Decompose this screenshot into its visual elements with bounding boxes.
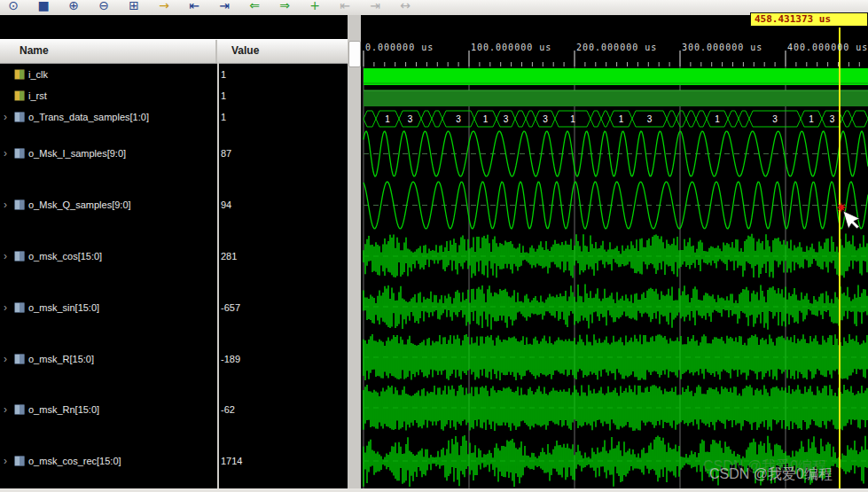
zoom-in-icon[interactable]: ⊕ — [65, 0, 82, 14]
swap-cursor-left-icon[interactable]: ⇐ — [246, 0, 263, 14]
signal-row[interactable]: ›o_Msk_Q_samples[9:0] — [4, 198, 215, 212]
expander-icon[interactable]: › — [4, 147, 11, 160]
bus-signal-icon — [14, 456, 25, 466]
marker-star-icon — [836, 202, 847, 213]
previous-transition-icon[interactable]: ⇤ — [185, 0, 203, 14]
signal-row[interactable]: ›o_Msk_I_samples[9:0] — [4, 146, 215, 160]
next-transition-icon[interactable]: ⇥ — [215, 0, 233, 14]
time-axis-label: 400.000000 us — [787, 43, 868, 52]
goto-time-icon[interactable]: → — [155, 0, 173, 14]
bus-segment — [601, 111, 610, 127]
bus-segment — [421, 111, 432, 127]
signal-value: 1 — [221, 67, 226, 82]
signal-row[interactable]: ›o_msk_Rn[15:0] — [4, 402, 215, 417]
expander-icon[interactable]: › — [4, 111, 11, 123]
bus-value: 3 — [830, 114, 835, 124]
bus-value: 3 — [456, 114, 461, 124]
bus-segment — [526, 111, 536, 127]
zoom-fit-icon[interactable]: ⊞ — [125, 0, 143, 14]
add-marker-icon[interactable]: + — [306, 0, 324, 14]
bus-value: 3 — [647, 114, 653, 124]
bus-segment — [739, 111, 749, 127]
expander-icon[interactable]: › — [4, 455, 11, 467]
bus-value: 3 — [408, 114, 413, 124]
signal-name: o_msk_cos[15:0] — [28, 251, 102, 262]
dense-wave — [364, 234, 867, 278]
time-axis-label: 100.000000 us — [471, 43, 551, 52]
time-axis-label: 200.000000 us — [576, 43, 657, 52]
expander-icon[interactable]: › — [4, 301, 11, 314]
signal-value: 1 — [221, 110, 226, 124]
signal-row[interactable]: i_rst — [4, 89, 215, 103]
signal-value: -62 — [221, 402, 235, 417]
bus-signal-icon — [14, 404, 25, 415]
expander-icon[interactable]: › — [4, 353, 11, 365]
time-axis-label: 300.000000 us — [682, 43, 762, 52]
bus-segment — [515, 111, 526, 127]
analog-wave — [364, 131, 868, 176]
dense-wave — [364, 385, 867, 431]
dense-wave — [364, 285, 867, 330]
toolbar: ⊙■⊕⊖⊞→⇤⇥⇐⇒+⇤⇥↔ — [0, 0, 868, 16]
signal-name: o_msk_Rn[15:0] — [28, 404, 99, 415]
waveform-canvas[interactable]: 1331331131313 — [361, 15, 868, 488]
bus-segment — [590, 111, 601, 127]
panel-splitter[interactable] — [348, 15, 361, 488]
bus-segment — [676, 111, 686, 127]
signal-value: -657 — [221, 301, 240, 315]
signal-name: i_clk — [28, 69, 48, 80]
bus-segment — [432, 111, 442, 127]
bus-signal-icon — [14, 199, 25, 210]
bus-value: 1 — [715, 114, 720, 124]
bus-signal-icon — [14, 251, 25, 262]
bus-segment — [364, 111, 376, 127]
bus-segment — [852, 111, 868, 127]
signal-row[interactable]: ›o_msk_sin[15:0] — [4, 301, 215, 315]
bus-signal-icon — [14, 148, 25, 159]
expander-icon[interactable]: › — [4, 403, 11, 416]
expander-icon[interactable]: › — [4, 199, 11, 211]
bus-segment — [842, 111, 852, 127]
splitter-thumb[interactable] — [348, 41, 361, 67]
bus-segment — [667, 111, 676, 127]
expander-icon[interactable]: › — [4, 250, 11, 262]
bus-segment — [696, 111, 707, 127]
dense-wave — [364, 334, 867, 380]
level-wave — [364, 90, 868, 106]
fit-range-icon: ↔ — [396, 0, 414, 14]
signal-row[interactable]: ›o_msk_cos_rec[15:0] — [4, 454, 215, 468]
signal-name: o_msk_cos_rec[15:0] — [28, 456, 121, 466]
previous-marker-icon: ⇤ — [336, 0, 354, 14]
zoom-out-icon[interactable]: ⊖ — [95, 0, 113, 14]
bus-signal-icon — [14, 354, 25, 364]
signal-value: 1714 — [221, 454, 242, 468]
signal-name: o_msk_sin[15:0] — [28, 302, 99, 313]
waveform-panel[interactable]: 1331331131313 — [361, 15, 868, 488]
signal-row[interactable]: ›o_msk_R[15:0] — [4, 352, 215, 366]
swap-cursor-right-icon[interactable]: ⇒ — [276, 0, 293, 14]
toolbar-icons: ⊙■⊕⊖⊞→⇤⇥⇐⇒+⇤⇥↔ — [0, 0, 868, 16]
signal-row[interactable]: ›o_Trans_data_samples[1:0] — [4, 110, 215, 124]
selection-block-icon[interactable]: ■ — [35, 0, 52, 14]
bus-signal-icon — [14, 302, 25, 313]
bus-value: 1 — [619, 114, 624, 124]
signal-row[interactable]: ›o_msk_cos[15:0] — [4, 249, 215, 263]
scalar-signal-icon — [14, 90, 25, 101]
signal-row[interactable]: i_clk — [4, 67, 215, 82]
column-divider[interactable] — [217, 62, 219, 488]
name-column-header[interactable]: Name — [0, 40, 217, 63]
grid-header: Name Value — [0, 39, 348, 64]
bus-value: 3 — [772, 114, 778, 124]
bus-value: 1 — [385, 114, 390, 124]
signal-value: 281 — [221, 249, 237, 263]
scalar-signal-icon — [14, 69, 25, 80]
signal-value: 87 — [221, 146, 231, 160]
bottom-edge-strip — [0, 488, 868, 492]
value-column-header[interactable]: Value — [217, 40, 348, 63]
signal-name: o_Msk_I_samples[9:0] — [28, 148, 126, 159]
cursor-time-label[interactable]: 458.431373 us — [750, 12, 868, 27]
zoom-area-icon[interactable]: ⊙ — [4, 0, 22, 14]
signal-value: 1 — [221, 89, 226, 103]
bus-signal-icon — [14, 112, 25, 122]
bus-segment — [728, 111, 739, 127]
